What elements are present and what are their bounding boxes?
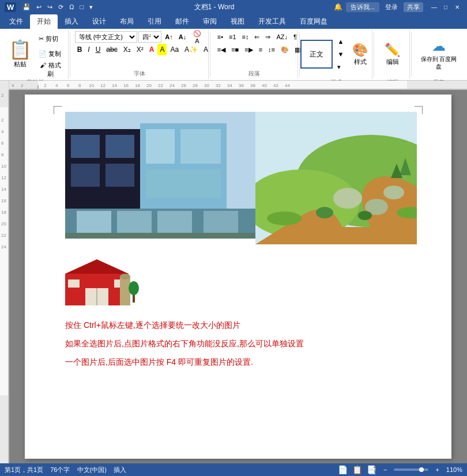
- quick-undo[interactable]: ↩: [35, 3, 43, 12]
- list-unordered-button[interactable]: ≡•: [215, 31, 225, 43]
- tab-references[interactable]: 引用: [141, 14, 168, 29]
- clipboard-small-btns: ✂ 剪切 📄 复制 🖌 格式刷: [36, 31, 65, 77]
- tab-developer[interactable]: 开发工具: [251, 14, 293, 29]
- style-normal[interactable]: 正文: [300, 40, 333, 69]
- superscript-button[interactable]: X²: [134, 44, 146, 55]
- zoom-thumb[interactable]: [419, 467, 424, 472]
- align-justify-button[interactable]: ≡: [257, 44, 265, 55]
- strikethrough-button[interactable]: abc: [104, 44, 119, 55]
- nature-image[interactable]: [255, 112, 417, 244]
- subscript-button[interactable]: X₂: [121, 44, 133, 55]
- align-center-button[interactable]: ≡■: [229, 44, 241, 55]
- styles-down-button[interactable]: ▼: [335, 48, 346, 60]
- maximize-btn[interactable]: □: [440, 2, 451, 12]
- divider-3: [299, 32, 300, 77]
- tab-home[interactable]: 开始: [30, 14, 58, 29]
- underline-button[interactable]: U: [93, 44, 103, 55]
- sort-button[interactable]: AZ↓: [274, 31, 290, 43]
- divider-5: [411, 32, 412, 77]
- font-name-select[interactable]: 等线 (中文正文): [75, 31, 138, 43]
- quick-omega[interactable]: Ω: [67, 3, 76, 11]
- status-bar: 第1页，共1页 76个字 中文(中国) 插入 📄 📋 📑 − + 110%: [0, 463, 467, 476]
- svg-rect-57: [117, 211, 152, 236]
- svg-text:30: 30: [204, 83, 209, 88]
- svg-text:38: 38: [250, 83, 255, 88]
- font-color-button[interactable]: A: [147, 44, 157, 55]
- highlight-button[interactable]: A: [157, 44, 167, 55]
- view-print-icon[interactable]: 📄: [338, 465, 348, 474]
- quick-dropdown[interactable]: ▾: [88, 3, 95, 12]
- quick-redo[interactable]: ↪: [46, 3, 54, 12]
- page-scroll[interactable]: 按住 Ctrl+鼠标左键,逐个选择要统一改大小的图片 如果全选图片后,点图片格式…: [9, 90, 467, 463]
- svg-text:16: 16: [1, 198, 6, 203]
- tab-mailings[interactable]: 邮件: [168, 14, 196, 29]
- font-grow-button[interactable]: A↑: [163, 31, 175, 43]
- tell-me-box[interactable]: 告诉我...: [346, 2, 379, 12]
- edit-btn[interactable]: ✏️ 编辑: [381, 31, 404, 77]
- styles-up-button[interactable]: ▲: [335, 36, 346, 47]
- building-image[interactable]: [65, 112, 284, 239]
- language: 中文(中国): [77, 466, 107, 474]
- ruler-area: 4 2 2 4 6 8 10 12 14 16 18 20 22 24 26 2…: [0, 81, 467, 90]
- bold-button[interactable]: B: [75, 44, 85, 55]
- tab-baidu[interactable]: 百度网盘: [293, 14, 334, 29]
- font-color2-button[interactable]: A: [201, 44, 210, 55]
- cut-button[interactable]: ✂ 剪切: [36, 33, 65, 44]
- font-size-select[interactable]: 四号: [138, 31, 161, 43]
- tab-design[interactable]: 设计: [85, 14, 113, 29]
- baidu-save-button[interactable]: ☁ 保存到 百度网盘: [416, 31, 461, 77]
- list-multi-button[interactable]: ≡↕: [240, 31, 251, 43]
- zoom-out-button[interactable]: −: [381, 466, 389, 473]
- barn-image[interactable]: [65, 259, 140, 305]
- tab-layout[interactable]: 布局: [113, 14, 141, 29]
- para-row-1: ≡• ≡1 ≡↕ ⇐ ⇒ AZ↓ ¶: [215, 31, 294, 43]
- svg-text:20: 20: [146, 83, 152, 88]
- zoom-in-button[interactable]: +: [433, 466, 441, 473]
- paste-icon: 📋: [9, 40, 32, 59]
- view-read-icon[interactable]: 📑: [367, 465, 376, 474]
- tab-review[interactable]: 审阅: [196, 14, 224, 29]
- indent-decrease-button[interactable]: ⇐: [252, 31, 262, 43]
- title-bar-left: W 💾 ↩ ↪ ⟳ Ω □ ▾: [5, 2, 95, 12]
- svg-point-71: [267, 211, 302, 225]
- styles-more-button[interactable]: ▾: [335, 61, 346, 73]
- italic-button[interactable]: I: [85, 44, 92, 55]
- line-spacing-button[interactable]: ↕≡: [266, 44, 277, 55]
- style-main-btn[interactable]: 🎨 样式: [348, 31, 372, 77]
- font-row-1: 等线 (中文正文) 四号 A↑ A↓ 🚫A: [75, 31, 205, 43]
- ribbon-content: 📋 粘贴 ✂ 剪切 📄 复制 🖌 格式刷 剪贴板 等线 (中文正文) 四号 A↑: [0, 29, 467, 81]
- zoom-track[interactable]: [394, 469, 428, 471]
- align-left-button[interactable]: ≡◀: [215, 44, 228, 55]
- show-hide-button[interactable]: ¶: [291, 31, 299, 43]
- svg-text:20: 20: [1, 221, 6, 226]
- share-btn[interactable]: 共享: [404, 2, 423, 12]
- indent-increase-button[interactable]: ⇒: [263, 31, 273, 43]
- svg-point-68: [358, 211, 372, 220]
- shading-button[interactable]: 🎨: [278, 44, 291, 55]
- tab-view[interactable]: 视图: [224, 14, 251, 29]
- list-ordered-button[interactable]: ≡1: [227, 31, 239, 43]
- text-effect-button[interactable]: A✨: [182, 44, 200, 55]
- quick-box[interactable]: □: [78, 3, 86, 11]
- clear-format-button[interactable]: 🚫A: [190, 31, 205, 43]
- tab-insert[interactable]: 插入: [58, 14, 85, 29]
- char-spacing-button[interactable]: Aa: [168, 44, 181, 55]
- tab-file[interactable]: 文件: [2, 14, 30, 29]
- svg-text:4: 4: [55, 83, 58, 88]
- copy-button[interactable]: 📄 复制: [36, 48, 65, 60]
- format-painter-button[interactable]: 🖌 格式刷: [36, 64, 65, 75]
- minimize-btn[interactable]: —: [429, 2, 439, 12]
- view-web-icon[interactable]: 📋: [352, 465, 362, 474]
- font-shrink-button[interactable]: A↓: [176, 31, 189, 43]
- svg-text:28: 28: [193, 83, 198, 88]
- divider-4: [374, 32, 374, 77]
- quick-refresh[interactable]: ⟳: [57, 3, 65, 12]
- svg-text:2: 2: [21, 83, 24, 88]
- font-label: 字体: [134, 70, 145, 78]
- close-btn[interactable]: ✕: [452, 2, 462, 12]
- quick-save[interactable]: 💾: [21, 3, 32, 12]
- paste-button[interactable]: 📋 粘贴: [6, 31, 34, 77]
- login-btn[interactable]: 登录: [385, 3, 398, 12]
- svg-text:32: 32: [216, 83, 221, 88]
- align-right-button[interactable]: ≡▶: [242, 44, 255, 55]
